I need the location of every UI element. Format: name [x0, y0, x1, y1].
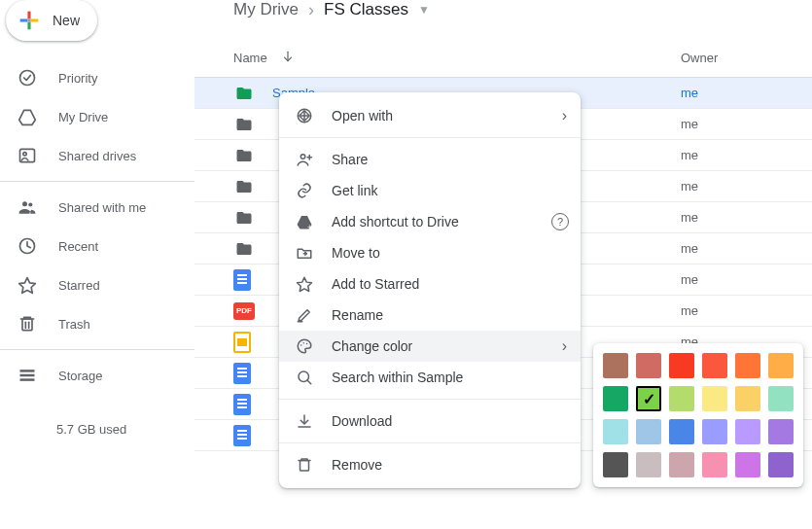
ctx-add-shortcut[interactable]: + Add shortcut to Drive ?	[279, 206, 581, 237]
new-button[interactable]: New	[6, 0, 97, 41]
sort-down-icon[interactable]	[281, 50, 295, 66]
color-swatch[interactable]	[768, 386, 794, 411]
folder-icon	[233, 209, 255, 227]
svg-rect-16	[20, 370, 35, 372]
context-menu: Open with › Share Get link + Add shortcu…	[279, 92, 581, 488]
sidebar-item-label: Recent	[58, 239, 98, 254]
storage-used: 5.7 GB used	[0, 422, 194, 437]
file-owner: me	[681, 210, 698, 225]
color-swatch[interactable]	[636, 353, 661, 378]
color-swatch[interactable]	[735, 452, 760, 477]
sidebar-item-shared-drives[interactable]: Shared drives	[0, 136, 194, 175]
ctx-open-with[interactable]: Open with ›	[279, 100, 581, 131]
svg-point-21	[300, 155, 305, 159]
sidebar-item-trash[interactable]: Trash	[0, 304, 194, 343]
sidebar: New Priority My Drive Shared drives	[0, 0, 194, 529]
folder-icon	[233, 147, 255, 164]
svg-point-10	[28, 202, 32, 206]
file-owner: me	[681, 241, 698, 256]
ctx-label: Rename	[332, 307, 383, 323]
file-owner: me	[681, 148, 698, 162]
docs-icon	[233, 363, 251, 384]
storage-icon	[18, 366, 37, 385]
folder-icon	[233, 178, 255, 195]
sidebar-item-shared-with-me[interactable]: Shared with me	[0, 188, 194, 227]
svg-rect-4	[27, 18, 30, 21]
color-swatch[interactable]	[603, 452, 628, 477]
color-swatch[interactable]	[669, 386, 694, 411]
color-swatch[interactable]	[603, 386, 628, 411]
color-swatch[interactable]	[768, 419, 794, 444]
sidebar-item-recent[interactable]: Recent	[0, 227, 194, 265]
ctx-download[interactable]: Download	[279, 406, 581, 437]
ctx-remove[interactable]: Remove	[279, 449, 581, 480]
caret-down-icon[interactable]: ▼	[418, 3, 430, 17]
file-owner: me	[681, 179, 698, 194]
ctx-divider	[279, 442, 581, 443]
color-swatch[interactable]	[636, 452, 661, 477]
color-swatch[interactable]	[636, 419, 661, 444]
ctx-add-starred[interactable]: Add to Starred	[279, 268, 581, 300]
color-swatch[interactable]	[735, 386, 760, 411]
svg-rect-2	[27, 22, 30, 30]
color-swatch[interactable]	[603, 419, 628, 444]
color-swatch[interactable]	[768, 353, 794, 378]
ctx-label: Share	[332, 152, 368, 167]
sidebar-item-priority[interactable]: Priority	[0, 58, 194, 97]
sidebar-item-label: Trash	[58, 317, 90, 332]
ctx-label: Move to	[332, 245, 380, 261]
ctx-get-link[interactable]: Get link	[279, 175, 581, 206]
ctx-change-color[interactable]: Change color ›	[279, 331, 581, 362]
file-owner: me	[681, 272, 698, 287]
sidebar-item-starred[interactable]: Starred	[0, 265, 194, 304]
ctx-label: Add shortcut to Drive	[332, 214, 459, 229]
column-owner[interactable]: Owner	[681, 51, 718, 65]
color-swatch[interactable]	[669, 419, 694, 444]
priority-icon	[18, 68, 37, 88]
breadcrumb-item[interactable]: My Drive	[233, 0, 299, 19]
sidebar-item-label: Starred	[58, 278, 100, 293]
svg-line-32	[307, 380, 311, 384]
color-swatch[interactable]	[669, 353, 694, 378]
column-name[interactable]: Name	[233, 51, 267, 65]
color-swatch[interactable]	[768, 452, 794, 477]
docs-icon	[233, 269, 251, 291]
file-owner: me	[681, 117, 698, 131]
svg-point-29	[303, 342, 305, 344]
sidebar-item-label: Shared with me	[58, 200, 146, 215]
color-swatch[interactable]	[735, 419, 760, 444]
ctx-label: Download	[332, 413, 392, 429]
sidebar-item-storage[interactable]: Storage	[0, 356, 194, 395]
color-swatch[interactable]	[669, 452, 694, 477]
pdf-icon: PDF	[233, 302, 255, 320]
color-swatch[interactable]	[702, 419, 727, 444]
ctx-search-within[interactable]: Search within Sample	[279, 362, 581, 393]
color-swatch[interactable]	[735, 353, 760, 378]
color-swatch[interactable]	[603, 353, 628, 378]
svg-marker-12	[19, 278, 36, 294]
trash-icon	[295, 455, 314, 475]
people-icon	[18, 197, 37, 217]
ctx-move-to[interactable]: Move to	[279, 237, 581, 268]
sidebar-item-mydrive[interactable]: My Drive	[0, 97, 194, 136]
color-swatch[interactable]	[636, 386, 661, 411]
color-swatch[interactable]	[702, 386, 727, 411]
color-swatch[interactable]	[702, 353, 727, 378]
svg-marker-26	[298, 277, 312, 291]
ctx-rename[interactable]: Rename	[279, 300, 581, 331]
svg-rect-3	[20, 18, 28, 21]
pencil-icon	[295, 305, 314, 325]
folder-icon	[233, 240, 255, 258]
slides-icon	[233, 332, 251, 353]
breadcrumb-item-current[interactable]: FS Classes	[324, 0, 408, 19]
folder-icon	[233, 85, 255, 102]
palette-icon	[295, 336, 314, 356]
svg-rect-17	[20, 374, 35, 377]
ctx-share[interactable]: Share	[279, 144, 581, 175]
color-swatch[interactable]	[702, 452, 727, 477]
sidebar-item-label: My Drive	[58, 110, 108, 124]
help-icon[interactable]: ?	[551, 213, 569, 230]
sidebar-divider	[0, 181, 194, 182]
breadcrumb: My Drive › FS Classes ▼	[194, 0, 812, 19]
ctx-label: Get link	[332, 183, 377, 198]
